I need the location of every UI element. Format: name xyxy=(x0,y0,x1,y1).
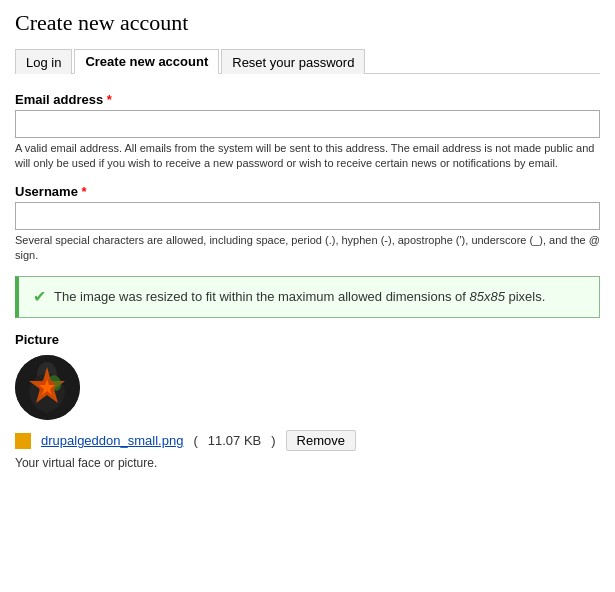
username-label: Username * xyxy=(15,184,600,199)
picture-section: Picture drupalgeddon_small.png (11.07 KB… xyxy=(15,332,600,470)
file-link[interactable]: drupalgeddon_small.png xyxy=(41,433,183,448)
tab-reset-password[interactable]: Reset your password xyxy=(221,49,365,74)
username-hint: Several special characters are allowed, … xyxy=(15,233,600,264)
picture-label: Picture xyxy=(15,332,600,347)
username-required-star: * xyxy=(82,184,87,199)
check-icon: ✔ xyxy=(33,287,46,308)
email-label: Email address * xyxy=(15,92,600,107)
picture-hint: Your virtual face or picture. xyxy=(15,456,600,470)
file-size-close: ) xyxy=(271,433,275,448)
picture-thumbnail xyxy=(15,355,80,420)
tabs-nav: Log in Create new account Reset your pas… xyxy=(15,48,600,74)
email-input[interactable] xyxy=(15,110,600,138)
alert-message: The image was resized to fit within the … xyxy=(54,287,545,307)
page-title: Create new account xyxy=(15,10,600,36)
email-required-star: * xyxy=(107,92,112,107)
username-input[interactable] xyxy=(15,202,600,230)
file-size: ( xyxy=(193,433,197,448)
email-group: Email address * A valid email address. A… xyxy=(15,92,600,172)
image-resize-alert: ✔ The image was resized to fit within th… xyxy=(15,276,600,319)
username-group: Username * Several special characters ar… xyxy=(15,184,600,264)
email-hint: A valid email address. All emails from t… xyxy=(15,141,600,172)
file-icon xyxy=(15,433,31,449)
remove-button[interactable]: Remove xyxy=(286,430,356,451)
tab-login[interactable]: Log in xyxy=(15,49,72,74)
file-size-value: 11.07 KB xyxy=(208,433,262,448)
tab-create-account[interactable]: Create new account xyxy=(74,49,219,74)
file-info: drupalgeddon_small.png (11.07 KB) Remove xyxy=(15,430,600,451)
